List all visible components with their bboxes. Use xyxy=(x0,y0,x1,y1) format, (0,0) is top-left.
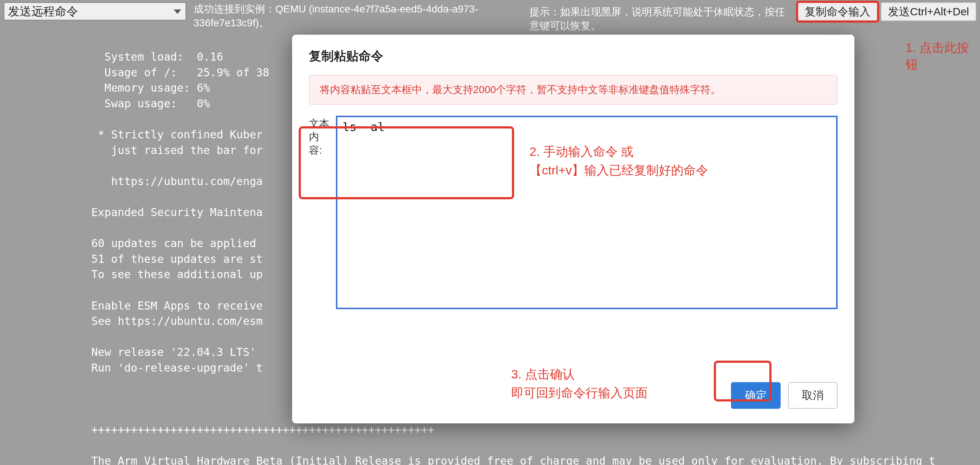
cancel-button[interactable]: 取消 xyxy=(788,382,838,409)
remote-command-select-wrap: 发送远程命令 xyxy=(4,2,186,21)
copy-paste-command-dialog: 复制粘贴命令 将内容粘贴至文本框中，最大支持2000个字符，暂不支持中文等非标准… xyxy=(292,35,854,424)
dialog-footer: 确定 取消 xyxy=(292,371,854,424)
dialog-body: 将内容粘贴至文本框中，最大支持2000个字符，暂不支持中文等非标准键盘值特殊字符… xyxy=(292,75,854,371)
text-content-row: 文本内容: xyxy=(309,116,838,311)
connection-status: 成功连接到实例：QEMU (instance-4e7f7a5a-eed5-4dd… xyxy=(194,2,522,30)
send-ctrl-alt-del-button[interactable]: 发送Ctrl+Alt+Del xyxy=(881,2,976,21)
screen-tip: 提示：如果出现黑屏，说明系统可能处于休眠状态，按任意键可以恢复。 xyxy=(530,2,790,33)
copy-command-input-button[interactable]: 复制命令输入 xyxy=(797,2,878,21)
dialog-warning: 将内容粘贴至文本框中，最大支持2000个字符，暂不支持中文等非标准键盘值特殊字符… xyxy=(309,75,838,105)
dialog-title: 复制粘贴命令 xyxy=(292,35,854,75)
textarea-wrap xyxy=(336,116,838,311)
vnc-header: 发送远程命令 成功连接到实例：QEMU (instance-4e7f7a5a-e… xyxy=(0,0,980,32)
command-textarea[interactable] xyxy=(336,116,838,309)
text-content-label: 文本内容: xyxy=(309,116,331,157)
remote-command-select[interactable]: 发送远程命令 xyxy=(4,2,186,21)
header-buttons: 复制命令输入 发送Ctrl+Alt+Del xyxy=(797,2,976,21)
confirm-button[interactable]: 确定 xyxy=(731,382,781,409)
